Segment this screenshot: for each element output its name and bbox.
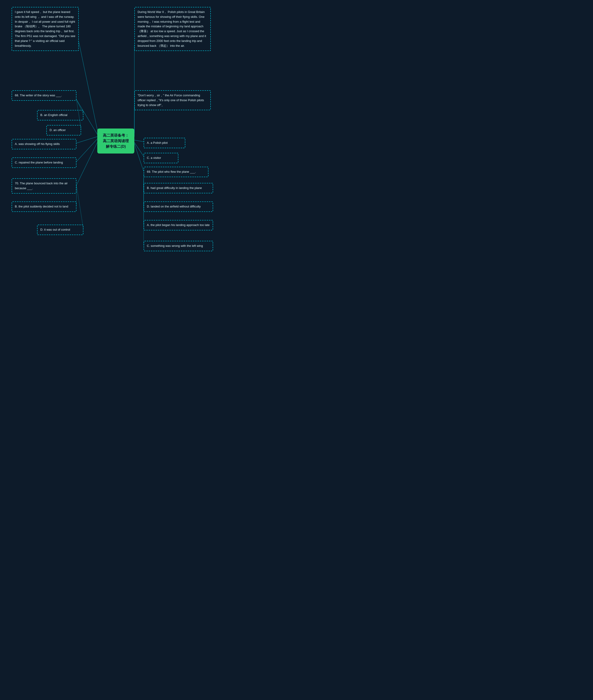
card-q69clabel: C. a visitor: [144, 153, 179, 163]
card-q68: 68. The writer of the story was ___.: [11, 90, 76, 101]
card-q70c_right: C. something was wrong with the left win…: [144, 241, 213, 251]
svg-line-14: [76, 139, 97, 162]
svg-line-17: [76, 185, 83, 229]
card-passage1: During World War II， Polish pilots in Gr…: [134, 7, 211, 51]
svg-line-13: [76, 137, 97, 143]
card-passage2: "Don't worry，sir，" the Air Force command…: [134, 90, 211, 110]
svg-line-3: [134, 142, 144, 156]
svg-line-2: [134, 140, 144, 142]
card-q70: 70. The plane bounced back into the air …: [11, 178, 76, 194]
card-q69c_left: C. repaired the plane before landing: [11, 158, 76, 168]
card-q69d: D. landed on the airfield without diffic…: [144, 201, 213, 212]
card-q68d: D. an officer: [46, 125, 81, 135]
card-q70b: B. the pilot suddenly decided not to lan…: [11, 201, 76, 212]
center-node: 高二英语备考：高二英语阅读理解专练二(D): [97, 128, 134, 154]
card-q70a_right: A. the pilot began his landing approach …: [144, 220, 213, 231]
card-q69label: A. a Polish pilot: [144, 138, 185, 148]
mind-map: 高二英语备考：高二英语阅读理解专练二(D) During World War I…: [0, 0, 232, 278]
card-passage3: I gave it full speed， but the plane lean…: [11, 7, 79, 51]
card-q70d: D. it was out of control: [37, 224, 83, 235]
card-q69a_left: A. was showing off his flying skills: [11, 139, 76, 149]
card-q68b: B. an English official: [37, 110, 83, 120]
svg-line-15: [76, 142, 97, 185]
card-q69: 69. The pilot who flew the plane ___.: [144, 167, 208, 177]
svg-line-4: [134, 143, 144, 171]
card-q69b: B. had great difficulty in landing the p…: [144, 183, 213, 193]
